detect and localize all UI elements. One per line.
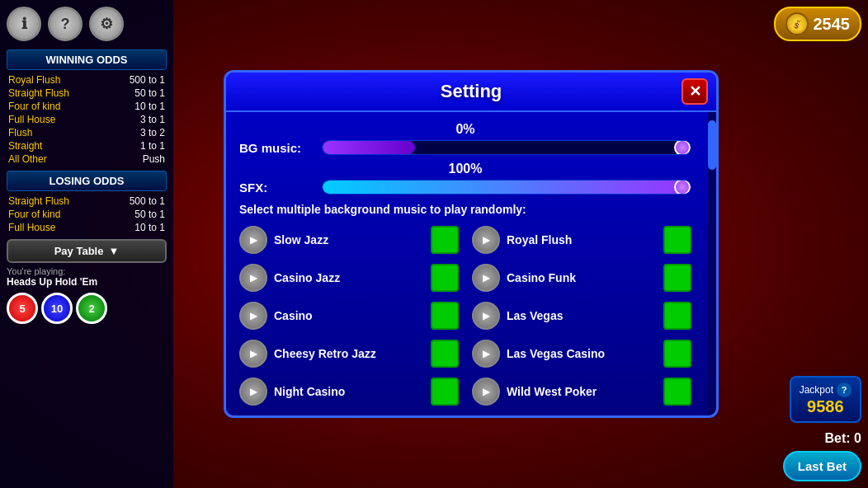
play-button[interactable]: ▶: [472, 340, 500, 368]
dialog-body: 0% BG music: 100% SFX:: [226, 112, 708, 415]
music-toggle[interactable]: [663, 302, 691, 330]
winning-odds-table: Royal Flush500 to 1Straight Flush50 to 1…: [7, 73, 167, 166]
chip-10-value: 10: [51, 303, 63, 315]
pay-table-label: Pay Table: [54, 245, 104, 257]
dialog-overlay: Setting ✕ 0% BG music:: [173, 0, 769, 488]
music-item: ▶ Slow Jazz: [239, 226, 459, 254]
music-toggle[interactable]: [431, 226, 459, 254]
bg-music-slider[interactable]: [322, 140, 691, 155]
play-button[interactable]: ▶: [239, 226, 267, 254]
winning-odds-row: Flush3 to 2: [7, 126, 167, 139]
dialog-scrollbar[interactable]: [708, 112, 716, 415]
bg-music-section: 0% BG music:: [239, 122, 691, 155]
hand-name: Flush: [7, 126, 106, 139]
chip-5[interactable]: 5: [7, 293, 38, 324]
music-item: ▶ Cheesy Retro Jazz: [239, 340, 459, 368]
music-toggle[interactable]: [431, 378, 459, 406]
play-button[interactable]: ▶: [239, 340, 267, 368]
info-button[interactable]: ℹ: [7, 7, 41, 41]
winning-odds-title: WINNING ODDS: [7, 49, 167, 70]
music-name: Casino Funk: [507, 271, 657, 284]
pay-table-button[interactable]: Pay Table ▼: [7, 239, 167, 263]
last-bet-label: Last Bet: [798, 459, 847, 473]
jackpot-help-button[interactable]: ?: [837, 382, 851, 397]
question-icon: ?: [842, 385, 847, 395]
hand-name: Four of kind: [7, 100, 106, 113]
info-icon: ℹ: [21, 15, 27, 33]
dialog-scroll-thumb[interactable]: [708, 120, 716, 170]
music-toggle[interactable]: [663, 226, 691, 254]
music-item: ▶ Casino Jazz: [239, 264, 459, 292]
hand-odds: Push: [106, 152, 167, 166]
bg-music-fill: [323, 141, 415, 154]
music-item: ▶ Las Vegas Casino: [472, 340, 691, 368]
left-panel: ℹ ? ⚙ WINNING ODDS Royal Flush500 to 1St…: [0, 0, 173, 488]
music-name: Casino: [274, 309, 424, 322]
jackpot-value: 9586: [800, 397, 851, 416]
cards-button[interactable]: ?: [48, 7, 83, 41]
music-grid: ▶ Slow Jazz ▶ Royal Flush ▶ Casino Jazz …: [239, 226, 691, 406]
sfx-percent: 100%: [239, 162, 691, 176]
hand-odds: 3 to 2: [106, 126, 167, 139]
chips-row: 5 10 2: [7, 293, 167, 324]
sfx-row: SFX:: [239, 180, 691, 195]
play-button[interactable]: ▶: [239, 378, 267, 406]
play-button[interactable]: ▶: [472, 378, 500, 406]
bg-music-percent: 0%: [239, 122, 691, 137]
chip-2-value: 2: [88, 303, 94, 315]
cards-icon: ?: [61, 16, 70, 33]
music-item: ▶ Royal Flush: [472, 226, 691, 254]
play-button[interactable]: ▶: [239, 302, 267, 330]
sfx-slider[interactable]: [322, 180, 691, 195]
losing-odds-row: Straight Flush500 to 1: [7, 195, 167, 208]
hand-name: All Other: [7, 152, 106, 166]
music-item: ▶ Casino Funk: [472, 264, 691, 292]
music-name: Casino Jazz: [274, 271, 424, 284]
music-toggle[interactable]: [663, 264, 691, 292]
hand-name: Straight: [7, 139, 106, 152]
chevron-down-icon: ▼: [108, 245, 119, 257]
play-button[interactable]: ▶: [239, 264, 267, 292]
play-button[interactable]: ▶: [472, 302, 500, 330]
sfx-label: SFX:: [239, 181, 314, 195]
hand-name: Straight Flush: [7, 195, 106, 208]
coin-count: 2545: [814, 15, 851, 34]
music-toggle[interactable]: [431, 302, 459, 330]
hand-name: Full House: [7, 113, 106, 126]
close-button[interactable]: ✕: [682, 78, 708, 105]
right-panel: 💰 2545 Jackpot ? 9586 Bet: 0 Last Bet: [761, 0, 868, 488]
hand-odds: 500 to 1: [106, 73, 167, 87]
game-name-label: Heads Up Hold 'Em: [7, 276, 167, 288]
winning-odds-row: Royal Flush500 to 1: [7, 73, 167, 87]
hand-odds: 50 to 1: [106, 208, 167, 221]
music-item: ▶ Wild West Poker: [472, 378, 691, 406]
music-toggle[interactable]: [663, 378, 691, 406]
sfx-thumb[interactable]: [674, 180, 691, 195]
sfx-fill: [323, 181, 691, 194]
last-bet-button[interactable]: Last Bet: [783, 451, 861, 481]
play-button[interactable]: ▶: [472, 264, 500, 292]
music-toggle[interactable]: [431, 340, 459, 368]
losing-odds-row: Full House10 to 1: [7, 221, 167, 234]
chip-10[interactable]: 10: [41, 293, 73, 324]
top-icons-row: ℹ ? ⚙: [7, 7, 167, 41]
hand-odds: 500 to 1: [106, 195, 167, 208]
winning-odds-row: Straight1 to 1: [7, 139, 167, 152]
bet-label: Bet:: [825, 431, 851, 445]
music-toggle[interactable]: [663, 340, 691, 368]
music-name: Las Vegas: [507, 309, 657, 322]
bg-music-thumb[interactable]: [674, 140, 691, 155]
you-playing-label: You're playing:: [7, 266, 167, 276]
hand-odds: 1 to 1: [106, 139, 167, 152]
play-button[interactable]: ▶: [472, 226, 500, 254]
settings-button[interactable]: ⚙: [89, 7, 124, 41]
winning-odds-row: Four of kind10 to 1: [7, 100, 167, 113]
music-name: Royal Flush: [507, 233, 657, 246]
losing-odds-title: LOSING ODDS: [7, 171, 167, 191]
music-toggle[interactable]: [431, 264, 459, 292]
chip-2[interactable]: 2: [76, 293, 107, 324]
hand-name: Straight Flush: [7, 87, 106, 100]
chip-5-value: 5: [19, 303, 25, 315]
bg-music-row: BG music:: [239, 140, 691, 155]
coin-icon: 💰: [785, 12, 809, 35]
